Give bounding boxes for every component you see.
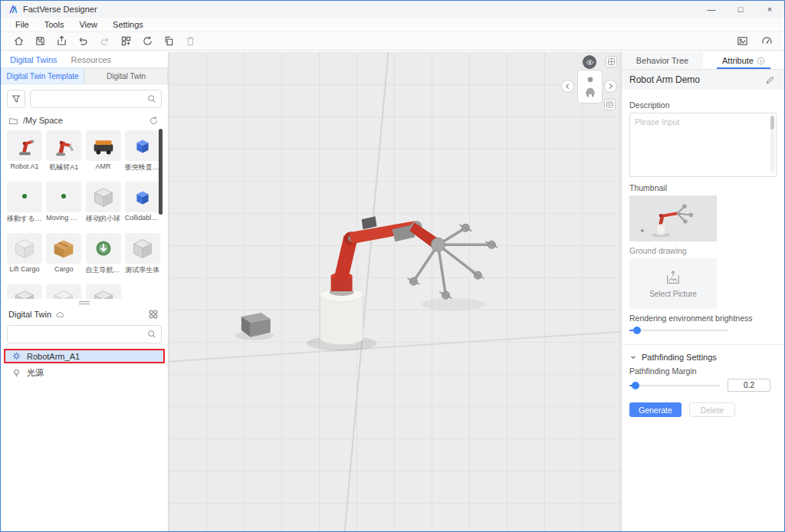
tab-digital-twins[interactable]: Digital Twins <box>10 55 57 64</box>
twin-item-label: RobotArm_A1 <box>27 352 80 361</box>
template-tile-moving-sphere-jp[interactable]: 移動する球体 <box>7 182 42 222</box>
home-button[interactable] <box>11 34 25 48</box>
light-bulb-icon <box>11 368 21 378</box>
tab-attribute[interactable]: Attribute <box>703 52 784 69</box>
character-preview[interactable] <box>577 70 603 103</box>
batch-view-button[interactable] <box>146 307 160 321</box>
filter-button[interactable] <box>7 90 25 108</box>
panel-resize-handle[interactable] <box>1 299 168 306</box>
maximize-button[interactable]: □ <box>726 1 755 18</box>
subtab-digital-twin[interactable]: Digital Twin <box>84 67 168 84</box>
template-tile-label: AMR <box>86 163 121 170</box>
image-icon <box>737 35 748 47</box>
layout-add-button[interactable] <box>119 34 133 48</box>
viewport-panel-button[interactable] <box>604 99 616 110</box>
pathfinding-margin-slider[interactable] <box>629 381 720 390</box>
nav-green-icon <box>86 233 121 264</box>
scene-3d <box>169 52 621 531</box>
template-tile-collidable[interactable]: Collidable… <box>125 182 160 222</box>
section-divider <box>622 344 784 345</box>
viewport-3d[interactable] <box>169 52 621 531</box>
template-tile-moving-ball[interactable]: Moving Ball <box>46 182 81 222</box>
twin-list: RobotArm_A1光源 <box>1 346 168 383</box>
subtab-digital-twin-template[interactable]: Digital Twin Template <box>1 67 84 84</box>
template-tile-collision-cube-jp[interactable]: 衝突検査立… <box>125 130 160 171</box>
template-tile-moving-ball-cn[interactable]: 移动的小球 <box>86 182 121 222</box>
template-search-input[interactable] <box>30 90 162 108</box>
viewport-controls <box>560 52 621 175</box>
prev-view-button[interactable] <box>561 80 574 93</box>
pathfinding-margin-slider-thumb[interactable] <box>632 382 639 389</box>
tab-behavior-tree[interactable]: Behavior Tree <box>622 52 703 69</box>
template-tile-robot-a1[interactable]: Robot A1 <box>7 130 42 171</box>
refresh-icon <box>149 116 159 126</box>
menu-item-file[interactable]: File <box>15 20 29 29</box>
redo-button[interactable] <box>97 34 111 48</box>
twin-item-robotarm-a1[interactable]: RobotArm_A1 <box>4 349 165 363</box>
next-view-button[interactable] <box>604 80 617 93</box>
template-tile-label: Moving Ball <box>46 214 81 222</box>
description-textarea[interactable] <box>629 113 777 177</box>
export-button[interactable] <box>54 34 68 48</box>
gauge-icon <box>761 35 773 47</box>
copy-icon <box>163 35 175 47</box>
select-picture-dropzone[interactable]: Select Picture <box>629 258 717 309</box>
toolbar-right-group <box>735 34 774 48</box>
copy-button[interactable] <box>162 34 176 48</box>
template-tile-label: Robot A1 <box>7 163 42 170</box>
selected-object-title: Robot Arm Demo <box>629 74 700 85</box>
template-tile-robot-arm-a1[interactable]: 机械臂A1 <box>46 130 81 171</box>
brightness-label: Rendering environment brightness <box>629 314 777 323</box>
viewport-grid-button[interactable] <box>606 56 617 67</box>
tab-resources[interactable]: Resources <box>71 55 112 64</box>
save-button[interactable] <box>33 34 47 48</box>
edit-title-button[interactable] <box>763 73 777 87</box>
search-icon <box>146 94 157 104</box>
menu-item-settings[interactable]: Settings <box>113 20 143 29</box>
rotate-button[interactable] <box>140 34 154 48</box>
gauge-button[interactable] <box>760 34 774 48</box>
generate-button[interactable]: Generate <box>629 402 682 417</box>
undo-button[interactable] <box>76 34 90 48</box>
pathfinding-settings-header[interactable]: Pathfinding Settings <box>629 353 777 362</box>
trash-button[interactable] <box>183 34 197 48</box>
undo-icon <box>77 35 89 47</box>
filter-icon <box>11 94 21 104</box>
brightness-slider[interactable] <box>629 326 728 335</box>
toolbar <box>1 32 784 51</box>
chevron-down-icon <box>629 353 637 361</box>
cube-3d-icon <box>7 284 42 299</box>
digital-twin-section-title: Digital Twin <box>8 310 51 319</box>
template-tile-test-twin[interactable]: 测试孪生体 <box>125 233 160 274</box>
delete-button[interactable]: Delete <box>689 402 735 417</box>
template-tile-partial-3[interactable] <box>86 284 121 299</box>
template-tile-lift-cargo[interactable]: Lift Cargo <box>7 233 42 274</box>
grid-icon <box>607 57 616 66</box>
pathfinding-margin-input[interactable] <box>728 379 770 392</box>
template-tile-partial-2[interactable] <box>46 284 81 299</box>
template-tile-partial-1[interactable] <box>7 284 42 299</box>
description-scrollbar[interactable] <box>770 116 774 172</box>
visibility-toggle-button[interactable] <box>583 55 596 69</box>
cloud-sync-icon[interactable] <box>55 310 65 320</box>
brightness-slider-thumb[interactable] <box>633 327 641 334</box>
app-logo-icon <box>8 5 18 15</box>
template-grid-scrollbar[interactable] <box>159 129 163 215</box>
twin-item-light-source[interactable]: 光源 <box>4 366 165 380</box>
person-icon <box>583 74 598 99</box>
template-tile-cargo[interactable]: Cargo <box>46 233 81 274</box>
menu-item-view[interactable]: View <box>79 20 97 29</box>
search-icon <box>146 329 157 340</box>
menu-item-tools[interactable]: Tools <box>44 20 64 29</box>
sidebar-subtabs: Digital Twin Template Digital Twin <box>1 67 168 84</box>
refresh-button[interactable] <box>146 113 160 127</box>
template-search <box>30 90 162 108</box>
template-tile-label: 移動する球体 <box>7 214 42 224</box>
image-button[interactable] <box>735 34 749 48</box>
template-tile-amr[interactable]: AMR <box>86 130 121 171</box>
minimize-button[interactable]: — <box>697 1 726 18</box>
chevron-right-icon <box>607 83 614 90</box>
template-tile-autonomous-nav[interactable]: 自主导航的… <box>86 233 121 274</box>
twin-search-input[interactable] <box>7 325 162 343</box>
close-button[interactable]: × <box>755 1 784 18</box>
